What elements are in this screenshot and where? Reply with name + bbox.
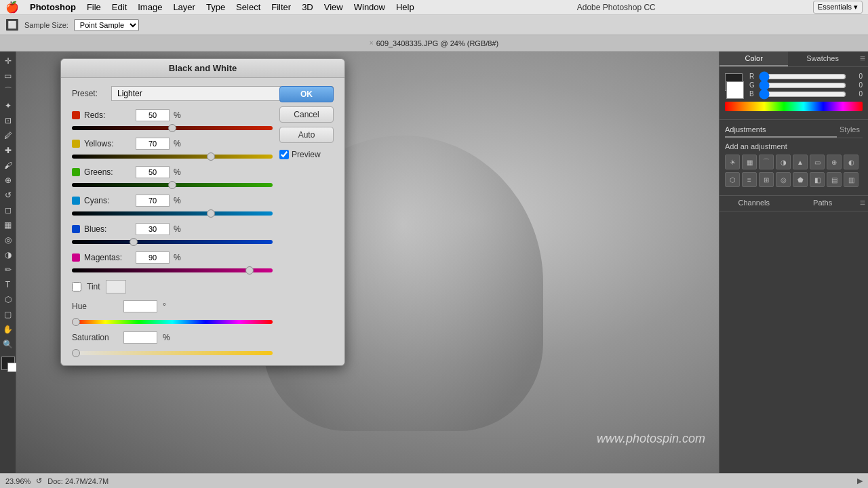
levels-icon[interactable]: ▦ [742,155,757,169]
channels-panel-menu-icon[interactable]: ≡ [857,196,868,211]
tab-color[interactable]: Color [719,52,788,66]
ok-button[interactable]: OK [279,86,334,102]
menu-layer[interactable]: Layer [167,2,201,12]
eyedropper-tool-icon[interactable]: 🔲 [5,18,19,31]
blues-input[interactable] [136,223,170,235]
refresh-icon[interactable]: ↺ [36,476,42,485]
foreground-color-swatch[interactable] [1,357,15,370]
hand-tool[interactable]: ✋ [1,323,15,336]
eraser-tool[interactable]: ◻ [1,203,15,217]
cancel-button[interactable]: Cancel [279,106,334,123]
gradient-tool[interactable]: ▦ [1,218,15,232]
color-spectrum[interactable] [725,102,863,111]
hue-input[interactable] [123,300,157,312]
styles-tab[interactable]: Styles [837,125,863,138]
workspace-selector[interactable]: Essentials ▾ [813,1,863,14]
greens-input[interactable] [136,166,170,178]
threshold-icon[interactable]: ◧ [810,172,825,187]
menu-image[interactable]: Image [132,2,167,12]
yellows-input[interactable] [136,138,170,150]
preview-checkbox[interactable] [279,150,289,159]
menu-help[interactable]: Help [391,2,420,12]
tab-channels[interactable]: Channels [719,196,788,211]
tab-paths[interactable]: Paths [788,196,856,211]
shape-tool[interactable]: ▢ [1,308,15,321]
reds-slider[interactable] [72,126,273,130]
blur-tool[interactable]: ◎ [1,233,15,247]
brush-tool[interactable]: 🖌 [1,159,15,172]
menu-select[interactable]: Select [231,2,266,12]
lasso-tool[interactable]: ⌒ [1,84,15,98]
background-color-swatch[interactable] [7,363,17,372]
tint-color-box[interactable] [106,280,126,293]
play-button[interactable]: ▶ [857,476,863,485]
saturation-row: Saturation % [72,331,273,344]
marquee-tool[interactable]: ▭ [1,69,15,83]
sample-size-select[interactable]: Point Sample [74,19,139,31]
exposure-icon[interactable]: ◑ [776,155,791,169]
curves-icon[interactable]: ⌒ [759,155,774,169]
yellows-slider[interactable] [72,155,273,159]
g-row: G 0 [749,81,863,89]
brightness-contrast-icon[interactable]: ☀ [725,155,740,169]
menu-view[interactable]: View [319,2,349,12]
r-slider[interactable] [759,74,846,79]
hsl-icon[interactable]: ▭ [810,155,825,169]
color-lookup-icon[interactable]: ⊞ [759,172,774,187]
auto-button[interactable]: Auto [279,127,334,143]
photo-filter-icon[interactable]: ⬡ [725,172,740,187]
magic-wand-tool[interactable]: ✦ [1,99,15,113]
tab-close-button[interactable]: × [370,39,374,47]
channel-mixer-icon[interactable]: ≡ [742,172,757,187]
tint-checkbox[interactable] [72,282,81,291]
magentas-slider[interactable] [72,268,273,272]
text-tool[interactable]: T [1,278,15,291]
r-value: 0 [849,73,863,80]
cyans-slider[interactable] [72,211,273,216]
adjustments-tab[interactable]: Adjustments [725,125,837,138]
eyedropper-tool[interactable]: 🖉 [1,129,15,142]
saturation-input[interactable] [123,331,157,344]
reds-input[interactable] [136,109,170,121]
move-tool[interactable]: ✛ [1,54,15,68]
saturation-slider[interactable] [72,351,273,355]
document-tab[interactable]: 609_3408335.JPG @ 24% (RGB/8#) [376,39,499,47]
greens-slider[interactable] [72,183,273,187]
crop-tool[interactable]: ⊡ [1,114,15,127]
background-color[interactable] [726,81,744,99]
blues-slider[interactable] [72,240,273,244]
b-slider[interactable] [759,92,846,97]
history-tool[interactable]: ↺ [1,188,15,202]
menu-filter[interactable]: Filter [266,2,296,12]
apple-menu[interactable]: 🍎 [5,1,19,14]
canvas-area[interactable]: www.photospin.com Black and White Preset… [16,52,719,473]
posterize-icon[interactable]: ⬟ [793,172,808,187]
zoom-tool[interactable]: 🔍 [1,338,15,351]
color-panel-menu-icon[interactable]: ≡ [857,52,868,66]
gradient-map-icon[interactable]: ▤ [827,172,842,187]
yellows-pct: % [174,139,181,148]
tab-swatches[interactable]: Swatches [788,52,856,66]
hue-slider[interactable] [72,320,273,324]
magentas-pct: % [174,253,181,262]
menu-file[interactable]: File [81,2,106,12]
path-tool[interactable]: ⬡ [1,293,15,306]
healing-tool[interactable]: ✚ [1,144,15,157]
menu-photoshop[interactable]: Photoshop [24,2,81,12]
vibrance-icon[interactable]: ▲ [793,155,808,169]
g-slider[interactable] [759,83,846,88]
bw-icon[interactable]: ◐ [844,155,859,169]
color-balance-icon[interactable]: ⊕ [827,155,842,169]
menu-edit[interactable]: Edit [106,2,132,12]
dodge-tool[interactable]: ◑ [1,248,15,262]
menu-3d[interactable]: 3D [296,2,319,12]
magentas-input[interactable] [136,251,170,264]
clone-tool[interactable]: ⊕ [1,174,15,187]
selective-color-icon[interactable]: ▥ [844,172,859,187]
cyans-input[interactable] [136,195,170,207]
menu-type[interactable]: Type [201,2,231,12]
invert-icon[interactable]: ◎ [776,172,791,187]
pen-tool[interactable]: ✏ [1,263,15,277]
blues-pct: % [174,224,181,234]
menu-window[interactable]: Window [349,2,391,12]
